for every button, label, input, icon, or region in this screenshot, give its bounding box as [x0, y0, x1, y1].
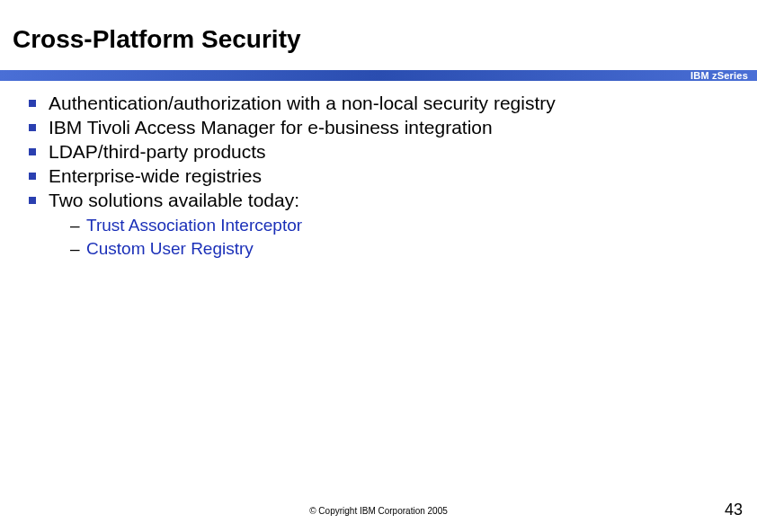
- brand-label: IBM zSeries: [690, 70, 748, 81]
- bullet-item: Enterprise-wide registries: [27, 164, 730, 189]
- slide-title: Cross-Platform Security: [13, 25, 301, 54]
- copyright-footer: © Copyright IBM Corporation 2005: [0, 506, 757, 516]
- slide-content: Authentication/authorization with a non-…: [27, 92, 730, 261]
- title-divider-bar: [0, 70, 757, 81]
- page-number: 43: [725, 501, 743, 519]
- bullet-item: Authentication/authorization with a non-…: [27, 92, 730, 116]
- main-bullet-list: Authentication/authorization with a non-…: [27, 92, 730, 212]
- bullet-item: LDAP/third-party products: [27, 140, 730, 164]
- sub-bullet-item: Trust Association Interceptor: [70, 214, 730, 237]
- bullet-item: Two solutions available today:: [27, 189, 730, 213]
- sub-bullet-list: Trust Association Interceptor Custom Use…: [70, 214, 730, 260]
- bullet-item: IBM Tivoli Access Manager for e-business…: [27, 116, 730, 140]
- sub-bullet-item: Custom User Registry: [70, 237, 730, 261]
